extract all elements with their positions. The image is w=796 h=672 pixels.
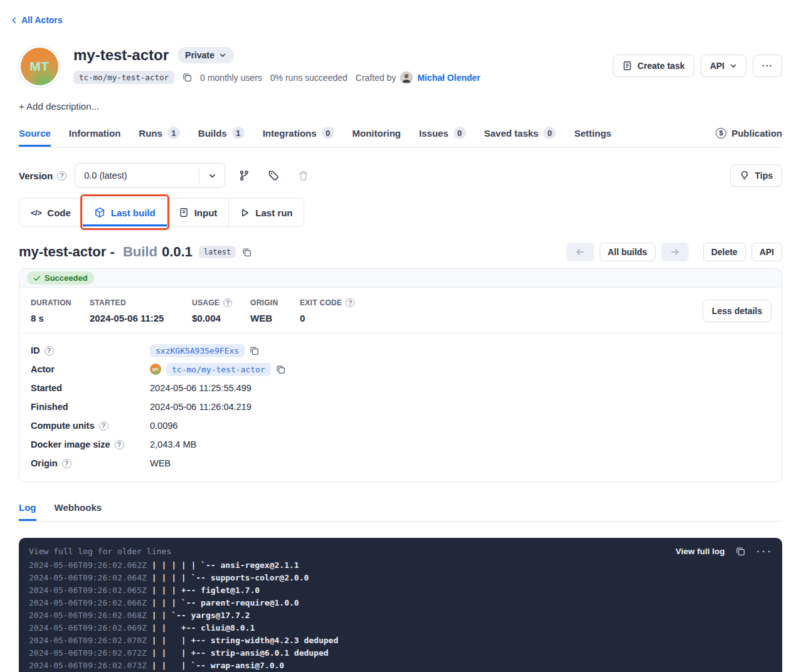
started-value: 2024-05-06 11:25 <box>90 313 192 323</box>
actor-link-pill[interactable]: tc-mo/my-test-actor <box>166 363 271 376</box>
subtab-last-run[interactable]: Last run <box>229 199 304 226</box>
help-icon[interactable] <box>99 421 109 431</box>
tab-issues[interactable]: Issues0 <box>419 120 466 147</box>
log-more-actions-icon[interactable] <box>756 547 772 556</box>
log-line: 2024-05-06T09:26:02.068Z| | `-- yargs@17… <box>29 609 772 621</box>
started-timestamp: 2024-05-06 11:25:55.499 <box>150 383 252 393</box>
source-subtabs: </> Code Last build Input Last run <box>19 198 304 227</box>
build-stats-row: DURATION8 s STARTED2024-05-06 11:25 USAG… <box>19 288 782 333</box>
main-tabbar: Source Information Runs1 Builds1 Integra… <box>19 120 782 148</box>
tab-source[interactable]: Source <box>19 121 51 147</box>
started-label: STARTED <box>90 298 192 307</box>
subtab-input[interactable]: Input <box>167 199 230 226</box>
tab-runs[interactable]: Runs1 <box>139 120 180 147</box>
log-line: 2024-05-06T09:26:02.069Z| | +-- cliui@8.… <box>29 621 772 634</box>
check-icon <box>33 275 41 282</box>
runs-count-badge: 1 <box>167 127 180 139</box>
help-icon[interactable] <box>62 459 72 468</box>
less-details-button[interactable]: Less details <box>703 300 772 322</box>
view-full-log-older-link[interactable]: View full log for older lines <box>29 547 171 556</box>
tab-webhooks[interactable]: Webhooks <box>55 495 102 521</box>
detail-row-compute-units: Compute units 0.0096 <box>31 416 770 435</box>
version-label: Version <box>19 171 53 181</box>
help-icon[interactable] <box>223 298 232 307</box>
help-icon[interactable] <box>45 346 54 355</box>
author-avatar <box>400 71 413 84</box>
copy-icon[interactable] <box>250 346 259 355</box>
actor-avatar: MT <box>21 48 58 85</box>
next-build-button[interactable] <box>661 243 689 261</box>
tab-integrations[interactable]: Integrations0 <box>263 120 334 147</box>
saved-tasks-count-badge: 0 <box>543 127 556 139</box>
usage-label: USAGE <box>192 298 250 307</box>
log-tabbar: Log Webhooks <box>19 495 782 522</box>
version-toolbar: Version 0.0 (latest) Tips <box>19 163 782 188</box>
log-line: 2024-05-06T09:26:02.064Z| | | | `-- supp… <box>29 571 772 584</box>
log-line: 2024-05-06T09:26:02.070Z| | | +-- string… <box>29 634 772 646</box>
git-branch-icon[interactable] <box>233 165 255 186</box>
actor-avatar-small: MT <box>150 364 161 375</box>
view-full-log-button[interactable]: View full log <box>676 547 725 556</box>
compute-units-value: 0.0096 <box>150 421 178 431</box>
usage-value: $0.004 <box>192 313 250 323</box>
log-line: 2024-05-06T09:26:02.073Z| | | `-- wrap-a… <box>29 659 772 671</box>
exit-code-label: EXIT CODE <box>300 298 354 307</box>
package-icon <box>94 207 105 218</box>
lightbulb-icon <box>740 171 750 181</box>
more-actions-button[interactable] <box>753 55 782 77</box>
copy-icon[interactable] <box>276 365 285 374</box>
version-selected-value: 0.0 (latest) <box>84 171 127 181</box>
origin-label: ORIGIN <box>250 298 300 307</box>
tips-button[interactable]: Tips <box>730 164 782 187</box>
tab-publication[interactable]: Publication <box>716 121 782 147</box>
help-icon[interactable] <box>115 440 124 449</box>
subtab-last-build[interactable]: Last build <box>83 199 167 226</box>
tab-settings[interactable]: Settings <box>574 121 611 147</box>
delete-build-button[interactable]: Delete <box>703 243 746 261</box>
tab-information[interactable]: Information <box>69 121 121 147</box>
origin-value: WEB <box>150 458 171 468</box>
copy-icon[interactable] <box>736 547 745 556</box>
detail-row-origin: Origin WEB <box>31 454 770 473</box>
detail-row-id: ID sxzKGK5A93Se9FExs <box>31 341 770 360</box>
api-dropdown-button[interactable]: API <box>701 55 746 77</box>
breadcrumb[interactable]: All Actors <box>10 15 63 25</box>
duration-label: DURATION <box>31 298 90 307</box>
docker-image-size-value: 2,043.4 MB <box>150 439 196 449</box>
tab-log[interactable]: Log <box>19 495 36 521</box>
chevron-down-icon <box>199 172 225 180</box>
code-icon: </> <box>31 208 41 218</box>
status-badge: Succeeded <box>27 271 94 285</box>
build-header: my-test-actor - Build0.0.1 latest All bu… <box>19 243 782 261</box>
tag-icon[interactable] <box>263 165 284 186</box>
visibility-dropdown[interactable]: Private <box>178 47 234 63</box>
log-line: 2024-05-06T09:26:02.062Z| | | | | `-- an… <box>29 559 772 571</box>
build-api-button[interactable]: API <box>751 243 782 261</box>
log-line: 2024-05-06T09:26:02.072Z| | | +-- strip-… <box>29 646 772 659</box>
author-link[interactable]: Michał Olender <box>417 73 480 83</box>
build-details-card: Succeeded DURATION8 s STARTED2024-05-06 … <box>19 268 782 482</box>
tab-monitoring[interactable]: Monitoring <box>353 121 401 147</box>
detail-row-started: Started 2024-05-06 11:25:55.499 <box>31 379 770 397</box>
help-icon[interactable] <box>346 298 354 307</box>
actor-header: MT my-test-actor Private tc-mo/my-test-a… <box>19 46 782 85</box>
add-description-link[interactable]: + Add description... <box>19 101 99 112</box>
trash-icon[interactable] <box>292 165 314 186</box>
crafted-by-label: Crafted by <box>356 73 396 83</box>
create-task-button[interactable]: Create task <box>613 55 694 77</box>
log-line: 2024-05-06T09:26:02.066Z| | | `-- parent… <box>29 596 772 609</box>
copy-icon[interactable] <box>242 248 252 257</box>
tab-saved-tasks[interactable]: Saved tasks0 <box>484 120 556 147</box>
help-icon[interactable] <box>57 171 66 181</box>
subtab-code[interactable]: </> Code <box>19 199 83 226</box>
prev-build-button[interactable] <box>566 243 594 261</box>
detail-row-actor: Actor MT tc-mo/my-test-actor <box>31 360 770 379</box>
build-detail-rows: ID sxzKGK5A93Se9FExs Actor MT tc-mo/my-t… <box>19 333 782 481</box>
copy-icon[interactable] <box>183 73 192 82</box>
version-select[interactable]: 0.0 (latest) <box>75 163 225 188</box>
chevron-down-icon <box>219 51 226 59</box>
chevron-left-icon <box>10 16 18 24</box>
chevron-down-icon <box>730 62 737 70</box>
tab-builds[interactable]: Builds1 <box>198 120 245 147</box>
all-builds-button[interactable]: All builds <box>600 243 655 261</box>
